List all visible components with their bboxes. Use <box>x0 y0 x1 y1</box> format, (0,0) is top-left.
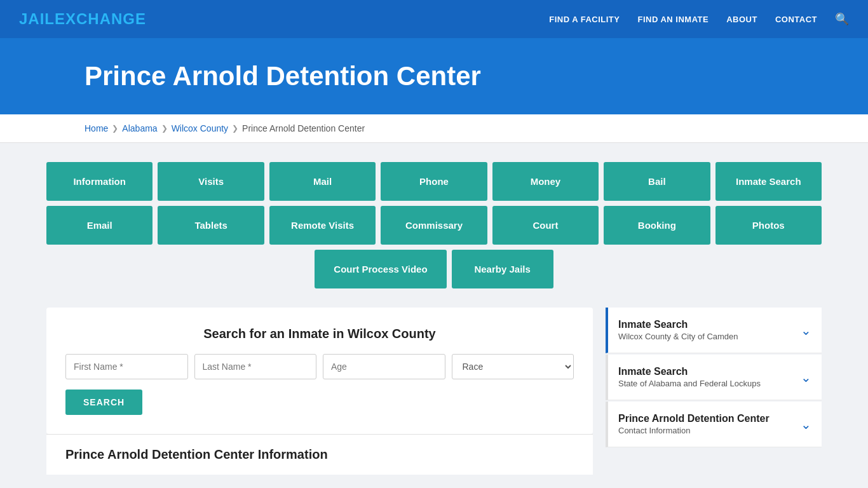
facility-info-title: Prince Arnold Detention Center Informati… <box>65 447 574 462</box>
sidebar-card-title-contact: Prince Arnold Detention Center <box>618 413 770 424</box>
sidebar-card-contact[interactable]: Prince Arnold Detention Center Contact I… <box>606 402 822 447</box>
tab-photos[interactable]: Photos <box>715 206 822 245</box>
tab-tablets[interactable]: Tablets <box>158 206 264 245</box>
sidebar-card-text-wilcox: Inmate Search Wilcox County & City of Ca… <box>618 319 738 341</box>
race-select[interactable]: Race White Black Hispanic Asian Other <box>452 354 574 379</box>
tab-court-process-video[interactable]: Court Process Video <box>315 250 446 288</box>
hero-section: Prince Arnold Detention Center <box>0 38 868 114</box>
sidebar-card-title-alabama: Inmate Search <box>618 366 761 377</box>
age-input[interactable] <box>323 354 445 379</box>
search-fields: Race White Black Hispanic Asian Other <box>65 354 574 379</box>
tab-nearby-jails[interactable]: Nearby Jails <box>452 250 553 288</box>
tab-commissary[interactable]: Commissary <box>381 206 487 245</box>
breadcrumb-wilcox[interactable]: Wilcox County <box>172 123 228 133</box>
tab-booking[interactable]: Booking <box>604 206 710 245</box>
nav-about[interactable]: ABOUT <box>726 15 757 24</box>
tab-information[interactable]: Information <box>46 162 153 201</box>
sidebar-card-title-wilcox: Inmate Search <box>618 319 738 330</box>
left-column: Search for an Inmate in Wilcox County Ra… <box>46 308 593 475</box>
sidebar-card-inmate-alabama[interactable]: Inmate Search State of Alabama and Feder… <box>606 355 822 400</box>
chevron-down-icon-contact: ⌄ <box>801 417 811 432</box>
search-button[interactable]: SEARCH <box>65 390 142 415</box>
tab-row-2: Email Tablets Remote Visits Commissary C… <box>46 206 822 245</box>
tab-row-1: Information Visits Mail Phone Money Bail… <box>46 162 822 201</box>
tab-court[interactable]: Court <box>492 206 599 245</box>
tab-phone[interactable]: Phone <box>381 162 487 201</box>
nav-contact[interactable]: CONTACT <box>775 15 817 24</box>
nav-find-facility[interactable]: FIND A FACILITY <box>549 15 620 24</box>
sidebar-card-text-contact: Prince Arnold Detention Center Contact I… <box>618 413 770 435</box>
breadcrumb-current: Prince Arnold Detention Center <box>242 123 365 133</box>
tab-remote-visits[interactable]: Remote Visits <box>269 206 376 245</box>
tab-visits[interactable]: Visits <box>158 162 264 201</box>
sidebar-card-subtitle-wilcox: Wilcox County & City of Camden <box>618 332 738 341</box>
sidebar-card-subtitle-alabama: State of Alabama and Federal Lockups <box>618 379 761 388</box>
search-icon[interactable]: 🔍 <box>835 12 849 26</box>
breadcrumb-sep-3: ❯ <box>232 124 238 133</box>
tab-inmate-search[interactable]: Inmate Search <box>715 162 822 201</box>
search-title: Search for an Inmate in Wilcox County <box>65 327 574 341</box>
lower-section: Search for an Inmate in Wilcox County Ra… <box>46 308 822 475</box>
sidebar-card-subtitle-contact: Contact Information <box>618 426 770 435</box>
tab-email[interactable]: Email <box>46 206 153 245</box>
chevron-down-icon-wilcox: ⌄ <box>801 323 811 338</box>
tab-bail[interactable]: Bail <box>604 162 710 201</box>
nav-links: FIND A FACILITY FIND AN INMATE ABOUT CON… <box>549 12 849 26</box>
tab-row-3: Court Process Video Nearby Jails <box>46 250 822 288</box>
breadcrumb-bar: Home ❯ Alabama ❯ Wilcox County ❯ Prince … <box>0 114 868 143</box>
breadcrumb-sep-1: ❯ <box>112 124 118 133</box>
sidebar-panel: Inmate Search Wilcox County & City of Ca… <box>606 308 822 449</box>
breadcrumb-home[interactable]: Home <box>85 123 108 133</box>
logo-jail: JAIL <box>19 10 55 27</box>
logo-exchange: EXCHANGE <box>55 10 146 27</box>
sidebar-card-inmate-wilcox[interactable]: Inmate Search Wilcox County & City of Ca… <box>606 308 822 353</box>
site-logo[interactable]: JAILEXCHANGE <box>19 10 146 28</box>
breadcrumb-alabama[interactable]: Alabama <box>122 123 157 133</box>
main-content: Information Visits Mail Phone Money Bail… <box>27 143 841 488</box>
breadcrumb: Home ❯ Alabama ❯ Wilcox County ❯ Prince … <box>85 123 783 133</box>
sidebar-card-text-alabama: Inmate Search State of Alabama and Feder… <box>618 366 761 388</box>
search-panel: Search for an Inmate in Wilcox County Ra… <box>46 308 593 434</box>
chevron-down-icon-alabama: ⌄ <box>801 370 811 385</box>
navbar: JAILEXCHANGE FIND A FACILITY FIND AN INM… <box>0 0 868 38</box>
first-name-input[interactable] <box>65 354 188 379</box>
tab-mail[interactable]: Mail <box>269 162 376 201</box>
page-title: Prince Arnold Detention Center <box>85 61 783 92</box>
facility-info-preview: Prince Arnold Detention Center Informati… <box>46 434 593 475</box>
tab-money[interactable]: Money <box>492 162 599 201</box>
nav-find-inmate[interactable]: FIND AN INMATE <box>637 15 709 24</box>
last-name-input[interactable] <box>194 354 317 379</box>
breadcrumb-sep-2: ❯ <box>161 124 168 133</box>
